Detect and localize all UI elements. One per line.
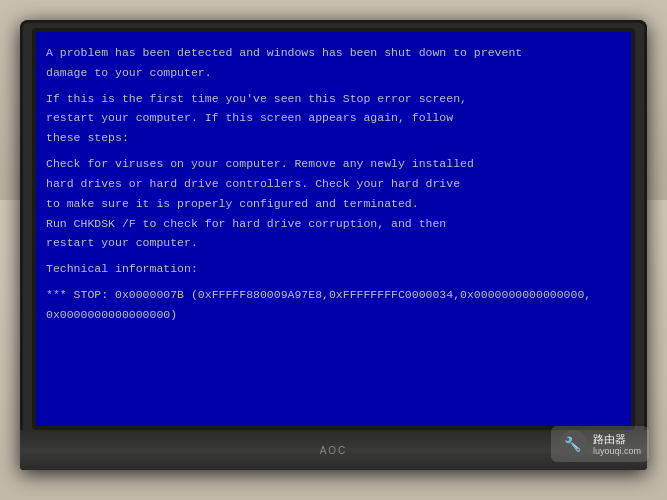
wrench-icon: 🔧 [564, 436, 581, 453]
bsod-line4: If this is the first time you've seen th… [46, 90, 621, 108]
photo-frame: A problem has been detected and windows … [0, 0, 667, 500]
bsod-line12: restart your computer. [46, 234, 621, 252]
watermark: 🔧 路由器 luyouqi.com [551, 426, 649, 462]
bsod-line9: hard drives or hard drive controllers. C… [46, 175, 621, 193]
bsod-line16: *** STOP: 0x0000007B (0xFFFFF880009A97E8… [46, 286, 621, 304]
bsod-line17: 0x0000000000000000) [46, 306, 621, 324]
watermark-icon: 🔧 [559, 430, 587, 458]
bsod-line14: Technical information: [46, 260, 621, 278]
bsod-line11: Run CHKDSK /F to check for hard drive co… [46, 215, 621, 233]
bsod-line6: these steps: [46, 129, 621, 147]
bsod-line10: to make sure it is properly configured a… [46, 195, 621, 213]
bsod-line2: damage to your computer. [46, 64, 621, 82]
bsod-content: A problem has been detected and windows … [46, 44, 621, 416]
bsod-line1: A problem has been detected and windows … [46, 44, 621, 62]
watermark-name: 路由器 [593, 432, 641, 446]
bsod-line8: Check for viruses on your computer. Remo… [46, 155, 621, 173]
watermark-url: luyouqi.com [593, 446, 641, 456]
watermark-info: 路由器 luyouqi.com [593, 432, 641, 456]
monitor: A problem has been detected and windows … [20, 20, 647, 470]
bsod-line5: restart your computer. If this screen ap… [46, 109, 621, 127]
screen: A problem has been detected and windows … [36, 32, 631, 426]
monitor-brand: AOC [320, 445, 348, 456]
monitor-bezel: A problem has been detected and windows … [32, 28, 635, 430]
